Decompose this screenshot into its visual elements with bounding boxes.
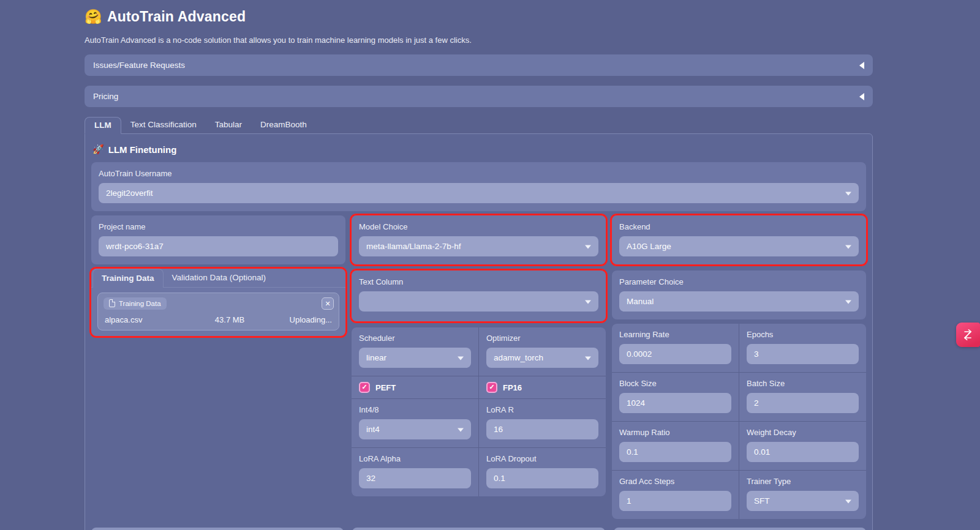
chevron-down-icon: [585, 356, 591, 360]
llm-params-grid: Scheduler linear Optimizer adamw_torch: [352, 327, 606, 496]
action-buttons: Add Job Clear Jobs Start Training: [91, 528, 866, 530]
field-scheduler: Scheduler linear: [352, 327, 478, 376]
int48-dropdown[interactable]: int4: [359, 419, 471, 439]
lora-dropout-label: LoRA Dropout: [486, 454, 598, 463]
weight-decay-label: Weight Decay: [747, 428, 859, 437]
trainer-type-value: SFT: [754, 496, 770, 506]
optimizer-dropdown[interactable]: adamw_torch: [486, 348, 598, 368]
upload-status: Uploading...: [264, 315, 332, 324]
scheduler-label: Scheduler: [359, 334, 471, 343]
grad-acc-steps-label: Grad Acc Steps: [619, 477, 731, 486]
model-choice-dropdown[interactable]: meta-llama/Llama-2-7b-hf: [359, 236, 598, 256]
upload-badge-label: Training Data: [119, 300, 161, 307]
text-column-dropdown[interactable]: [359, 291, 598, 312]
scheduler-dropdown[interactable]: linear: [359, 348, 471, 368]
chevron-down-icon: [845, 245, 851, 248]
zoom-widget-button[interactable]: [956, 323, 980, 347]
tab-text-classification[interactable]: Text Classification: [121, 117, 206, 133]
section-title-text: LLM Finetuning: [108, 144, 177, 155]
project-name-input[interactable]: wrdt-pco6-31a7: [99, 236, 338, 256]
optimizer-label: Optimizer: [486, 334, 598, 343]
lora-r-input[interactable]: 16: [486, 419, 598, 439]
warmup-ratio-input[interactable]: 0.1: [619, 442, 731, 462]
learning-rate-input[interactable]: 0.0002: [619, 344, 731, 364]
file-icon: [109, 299, 115, 307]
lora-dropout-value: 0.1: [494, 474, 505, 483]
chevron-down-icon: [845, 192, 851, 195]
page-subtitle: AutoTrain Advanced is a no-code solution…: [85, 35, 873, 45]
field-epochs: Epochs 3: [739, 324, 866, 372]
parameter-choice-dropdown[interactable]: Manual: [619, 291, 859, 312]
fp16-checkbox[interactable]: [486, 382, 497, 393]
start-training-button[interactable]: Start Training: [614, 528, 866, 530]
rocket-emoji-icon: 🚀: [92, 144, 104, 155]
column-middle: Model Choice meta-llama/Llama-2-7b-hf Te…: [352, 215, 606, 496]
field-block-size: Block Size 1024: [612, 373, 739, 421]
fp16-label: FP16: [503, 383, 522, 392]
field-warmup-ratio: Warmup Ratio 0.1: [612, 422, 739, 470]
field-learning-rate: Learning Rate 0.0002: [612, 324, 739, 372]
lora-alpha-value: 32: [366, 474, 375, 483]
training-data-block: Training Data Validation Data (Optional)…: [91, 269, 345, 336]
learning-rate-label: Learning Rate: [619, 330, 731, 339]
accordion-pricing[interactable]: Pricing: [85, 86, 873, 107]
chevron-down-icon: [845, 499, 851, 503]
hugging-face-emoji-icon: 🤗: [85, 9, 102, 25]
chevron-down-icon: [845, 300, 851, 304]
field-int48: Int4/8 int4: [352, 399, 478, 447]
warmup-ratio-label: Warmup Ratio: [619, 428, 731, 437]
trainer-type-dropdown[interactable]: SFT: [747, 491, 859, 511]
chevron-down-icon: [458, 356, 464, 360]
tab-training-data[interactable]: Training Data: [92, 269, 164, 288]
accordion-arrow-icon: [859, 93, 864, 100]
tab-dreambooth[interactable]: DreamBooth: [251, 117, 316, 133]
lora-alpha-label: LoRA Alpha: [359, 454, 471, 463]
field-lora-alpha: LoRA Alpha 32: [352, 448, 478, 496]
int48-value: int4: [366, 425, 380, 434]
close-icon[interactable]: [322, 297, 334, 310]
add-job-button[interactable]: Add Job: [91, 528, 344, 530]
clear-jobs-button[interactable]: Clear Jobs: [352, 528, 605, 530]
field-fp16: FP16: [479, 376, 606, 398]
lora-alpha-input[interactable]: 32: [359, 468, 471, 488]
epochs-label: Epochs: [747, 330, 859, 339]
peft-checkbox[interactable]: [359, 382, 370, 393]
epochs-input[interactable]: 3: [747, 344, 859, 364]
resize-z-icon: [962, 328, 975, 342]
int48-label: Int4/8: [359, 405, 471, 414]
lora-dropout-input[interactable]: 0.1: [486, 468, 598, 488]
accordion-issues-feature-requests[interactable]: Issues/Feature Requests: [85, 54, 873, 76]
data-tabs: Training Data Validation Data (Optional): [91, 269, 345, 288]
backend-dropdown[interactable]: A10G Large: [619, 236, 859, 256]
tab-validation-data[interactable]: Validation Data (Optional): [164, 269, 275, 287]
lora-r-value: 16: [494, 425, 503, 434]
tab-llm[interactable]: LLM: [85, 117, 121, 134]
batch-size-label: Batch Size: [747, 379, 859, 388]
username-dropdown[interactable]: 2legit2overfit: [99, 183, 859, 203]
chevron-down-icon: [458, 428, 464, 431]
field-model-choice: Model Choice meta-llama/Llama-2-7b-hf: [352, 215, 606, 264]
batch-size-input[interactable]: 2: [747, 393, 859, 413]
text-column-label: Text Column: [359, 277, 598, 286]
learning-rate-value: 0.0002: [627, 349, 652, 359]
weight-decay-input[interactable]: 0.01: [747, 442, 859, 462]
field-optimizer: Optimizer adamw_torch: [479, 327, 606, 376]
lora-r-label: LoRA R: [486, 405, 598, 414]
backend-value: A10G Large: [627, 242, 671, 251]
accordion-label: Issues/Feature Requests: [93, 61, 185, 70]
block-size-label: Block Size: [619, 379, 731, 388]
project-name-label: Project name: [99, 222, 338, 231]
block-size-input[interactable]: 1024: [619, 393, 731, 413]
grad-acc-steps-input[interactable]: 1: [619, 491, 731, 511]
field-batch-size: Batch Size 2: [739, 373, 866, 421]
batch-size-value: 2: [754, 398, 759, 408]
model-choice-label: Model Choice: [359, 222, 598, 231]
field-peft: PEFT: [352, 376, 478, 398]
field-lora-dropout: LoRA Dropout 0.1: [479, 448, 606, 496]
upload-file-row: alpaca.csv 43.7 MB Uploading...: [104, 315, 333, 324]
field-text-column: Text Column: [352, 271, 606, 321]
warmup-ratio-value: 0.1: [627, 447, 638, 457]
tab-tabular[interactable]: Tabular: [206, 117, 251, 133]
trainer-type-label: Trainer Type: [747, 477, 859, 486]
chevron-down-icon: [585, 300, 591, 304]
